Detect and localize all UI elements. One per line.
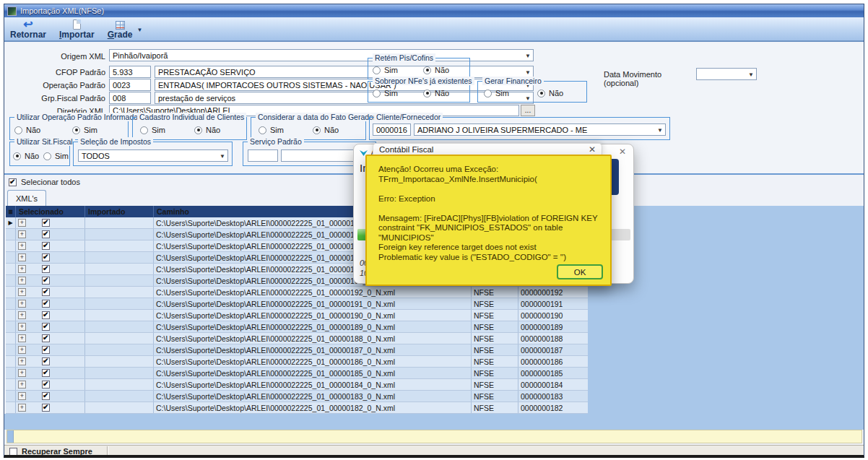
recuperar-checkbox[interactable] xyxy=(9,448,17,456)
expand-button[interactable]: + xyxy=(18,288,26,296)
cell-importado xyxy=(85,333,154,344)
table-row[interactable]: +C:\Users\Suporte\Desktop\ARLEI\00000222… xyxy=(6,356,588,368)
radio-icon[interactable] xyxy=(373,66,381,74)
expand-button[interactable]: + xyxy=(18,392,26,400)
expand-button[interactable]: + xyxy=(18,357,26,365)
table-row[interactable]: +C:\Users\Suporte\Desktop\ARLEI\00000222… xyxy=(6,333,588,344)
data-movimento-combo[interactable]: ▼ xyxy=(696,68,757,80)
radio-icon[interactable] xyxy=(537,90,545,97)
radio-icon[interactable] xyxy=(484,90,492,97)
row-indicator xyxy=(6,310,16,321)
browse-button[interactable]: ... xyxy=(521,105,535,116)
log-memo[interactable] xyxy=(6,430,862,443)
radio-icon[interactable] xyxy=(373,90,381,97)
expand-button[interactable]: + xyxy=(18,277,26,285)
error-dialog-title: Contábil Fiscal xyxy=(379,145,433,154)
expand-button[interactable]: + xyxy=(18,265,26,273)
servico-code-field[interactable] xyxy=(248,149,278,162)
expand-button[interactable]: + xyxy=(18,381,26,389)
expand-button[interactable]: + xyxy=(18,323,26,331)
grp-fiscal-code-field[interactable]: 008 xyxy=(109,92,151,104)
considerar-data-title: Considerar a data do Fato Gerador xyxy=(256,113,378,121)
radio-icon[interactable] xyxy=(423,66,431,74)
origem-label: Origem XML xyxy=(19,52,105,61)
toolbar: ↩ Retornar Importar Grade ▼ xyxy=(4,17,864,42)
expand-button[interactable]: + xyxy=(18,404,26,412)
cell-tipo: NFSE xyxy=(472,356,518,367)
cell-importado xyxy=(85,217,154,228)
expand-button[interactable]: + xyxy=(18,346,26,354)
ok-button[interactable]: OK xyxy=(557,264,603,279)
expand-button[interactable]: + xyxy=(18,253,26,261)
tab-xmls[interactable]: XML's xyxy=(7,190,46,206)
row-checkbox[interactable] xyxy=(42,392,50,400)
row-checkbox[interactable] xyxy=(42,323,50,331)
row-checkbox[interactable] xyxy=(42,369,50,377)
radio-icon[interactable] xyxy=(259,126,266,134)
expand-button[interactable]: + xyxy=(18,242,26,250)
radio-icon[interactable] xyxy=(72,126,80,134)
table-row[interactable]: +C:\Users\Suporte\Desktop\ARLEI\00000222… xyxy=(6,321,588,333)
row-checkbox[interactable] xyxy=(42,334,50,342)
table-row[interactable]: +C:\Users\Suporte\Desktop\ARLEI\00000222… xyxy=(6,287,588,298)
row-indicator xyxy=(6,264,16,274)
cell-selecionado: + xyxy=(16,229,85,240)
row-checkbox[interactable] xyxy=(42,277,50,285)
cell-caminho: C:\Users\Suporte\Desktop\ARLEI\000002222… xyxy=(154,321,472,332)
expand-button[interactable]: + xyxy=(18,219,26,227)
cell-caminho: C:\Users\Suporte\Desktop\ARLEI\000002222… xyxy=(154,368,472,378)
grade-dropdown-icon[interactable]: ▼ xyxy=(136,27,142,33)
cell-selecionado: + xyxy=(16,240,85,251)
row-checkbox[interactable] xyxy=(42,219,50,227)
cell-selecionado: + xyxy=(16,379,85,390)
row-checkbox[interactable] xyxy=(42,300,50,308)
radio-icon[interactable] xyxy=(194,126,202,134)
row-checkbox[interactable] xyxy=(42,357,50,365)
gerar-financeiro-title: Gerar Financeiro xyxy=(482,77,544,85)
expand-button[interactable]: + xyxy=(18,311,26,319)
row-checkbox[interactable] xyxy=(42,230,50,238)
col-selecionado[interactable]: Selecionado xyxy=(16,206,85,217)
close-icon[interactable]: ✕ xyxy=(589,144,596,155)
table-row[interactable]: +C:\Users\Suporte\Desktop\ARLEI\00000222… xyxy=(6,310,588,321)
table-row[interactable]: +C:\Users\Suporte\Desktop\ARLEI\00000222… xyxy=(6,368,588,379)
col-importado[interactable]: Importado xyxy=(85,206,154,217)
expand-button[interactable]: + xyxy=(18,300,26,308)
cfop-code-field[interactable]: 5.933 xyxy=(109,66,151,78)
selecao-impostos-combo[interactable]: TODOS ▼ xyxy=(78,149,228,162)
cfop-combo[interactable]: PRESTACAÇÃO SERVIÇO ▼ xyxy=(155,66,534,78)
row-checkbox[interactable] xyxy=(42,311,50,319)
row-indicator xyxy=(6,402,16,413)
expand-button[interactable]: + xyxy=(18,230,26,238)
radio-icon[interactable] xyxy=(140,126,148,134)
table-row[interactable]: +C:\Users\Suporte\Desktop\ARLEI\00000222… xyxy=(6,402,588,414)
row-checkbox[interactable] xyxy=(42,253,50,261)
row-checkbox[interactable] xyxy=(42,288,50,296)
error-dialog-titlebar: Contábil Fiscal ✕ xyxy=(373,143,602,155)
row-checkbox[interactable] xyxy=(42,242,50,250)
row-checkbox[interactable] xyxy=(42,346,50,354)
radio-icon[interactable] xyxy=(423,90,431,97)
row-checkbox[interactable] xyxy=(42,404,50,412)
table-row[interactable]: +C:\Users\Suporte\Desktop\ARLEI\00000222… xyxy=(6,391,588,402)
row-checkbox[interactable] xyxy=(42,381,50,389)
grade-button[interactable]: Grade xyxy=(108,21,133,40)
operacao-code-field[interactable]: 0023 xyxy=(109,79,151,91)
radio-icon[interactable] xyxy=(13,152,21,160)
radio-icon[interactable] xyxy=(313,126,321,134)
cliente-combo[interactable]: ADRIANO J OLIVEIRA SUPERMERCADO - ME ▼ xyxy=(414,123,666,136)
importar-button[interactable]: Importar xyxy=(59,19,95,40)
select-all-checkbox[interactable] xyxy=(9,178,17,186)
radio-icon[interactable] xyxy=(43,152,51,160)
cliente-code-field[interactable]: 0000016 xyxy=(373,123,411,136)
table-row[interactable]: +C:\Users\Suporte\Desktop\ARLEI\00000222… xyxy=(6,298,588,310)
selecao-impostos-value: TODOS xyxy=(82,152,110,160)
radio-icon[interactable] xyxy=(14,126,22,134)
retornar-button[interactable]: ↩ Retornar xyxy=(10,19,46,40)
table-row[interactable]: +C:\Users\Suporte\Desktop\ARLEI\00000222… xyxy=(6,379,588,391)
expand-button[interactable]: + xyxy=(18,334,26,342)
table-row[interactable]: +C:\Users\Suporte\Desktop\ARLEI\00000222… xyxy=(6,344,588,356)
row-checkbox[interactable] xyxy=(42,265,50,273)
close-icon[interactable]: ✕ xyxy=(619,147,626,157)
expand-button[interactable]: + xyxy=(18,369,26,377)
